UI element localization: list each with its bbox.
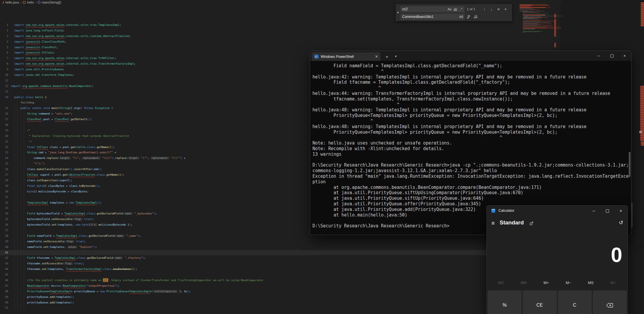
terminal-line: Exception in thread "main" java.lang.Run… xyxy=(312,174,629,179)
code-line[interactable]: 47 BeanComparator bc=new BeanComparator(… xyxy=(0,283,519,289)
keep-on-top-icon[interactable] xyxy=(530,221,533,226)
code-line[interactable]: 5 import javassist.ClassPool; xyxy=(0,45,519,50)
memory-m−-button[interactable]: M− xyxy=(566,281,571,285)
terminal-line: tfacname.set(templates, TransformerFacto… xyxy=(312,96,629,102)
minimap-row xyxy=(519,30,557,30)
new-tab-button[interactable]: + xyxy=(383,53,391,60)
terminal-line: ^ xyxy=(312,135,629,140)
code-line[interactable]: 50 priorityQueue.add(templates); xyxy=(0,300,519,305)
previous-match-button[interactable]: ↑ xyxy=(481,6,487,12)
code-line[interactable]: 39 nameField.setAccessible(flag: true); xyxy=(0,239,519,244)
next-match-button[interactable]: ↓ xyxy=(489,6,494,12)
edge-minimap-mark xyxy=(641,2,644,26)
history-icon[interactable]: ↺ xyxy=(619,219,623,226)
memory-mr-button[interactable]: MR xyxy=(521,281,527,285)
close-find-button[interactable]: × xyxy=(503,6,508,12)
code-line[interactable]: 44 tfacname.set(templates, TransformerFa… xyxy=(0,266,519,272)
code-line[interactable]: 1 import com.sun.org.apache.xalan.intern… xyxy=(0,22,519,28)
memory-ms-button[interactable]: MS xyxy=(588,281,594,285)
calculator-memory-row: MCMRM+M−MSM xyxy=(490,281,625,285)
calculator-close-button[interactable]: × xyxy=(614,206,628,216)
code-line[interactable]: 45 xyxy=(0,272,519,278)
terminal-maximize-button[interactable] xyxy=(605,51,618,61)
minimap-row xyxy=(523,32,539,32)
terminal-line: ^ xyxy=(312,102,629,108)
terminal-tab[interactable]: >_ Windows PowerShell ✕ xyxy=(312,52,381,61)
memory-mc-button[interactable]: MC xyxy=(498,281,504,285)
terminal-line: PriorityQueue<TemplatesImpl> priorityQue… xyxy=(312,113,629,118)
terminal-line: at java.util.PriorityQueue.siftUp(Priori… xyxy=(312,196,629,201)
code-line[interactable]: 41 xyxy=(0,250,519,256)
terminal-minimize-button[interactable] xyxy=(592,51,605,61)
find-results-count: 1 of 1 xyxy=(467,7,480,11)
code-line[interactable]: 48 PriorityQueue<TemplatesImpl> priority… xyxy=(0,289,519,294)
memory-m-button[interactable]: M xyxy=(610,281,616,285)
minimap-row xyxy=(521,35,521,36)
backspace-key[interactable] xyxy=(593,291,627,314)
calculator-titlebar: Calculator × xyxy=(487,206,628,216)
breadcrumb-method[interactable]: main(String[]) xyxy=(42,1,61,4)
calculator-minimize-button[interactable] xyxy=(587,206,601,216)
calculator-window: Calculator × ≡ Standard ↺ 0 MCMRM+M−MSM … xyxy=(486,205,628,314)
code-line[interactable]: 49 priorityQueue.add(templates); xyxy=(0,294,519,300)
memory-m+-button[interactable]: M+ xyxy=(543,281,549,285)
terminal-line: hello.java:42: warning: TemplatesImpl is… xyxy=(312,74,629,80)
breadcrumb-class[interactable]: hello xyxy=(27,1,34,4)
calculator-title: Calculator xyxy=(498,209,514,213)
minimap-row xyxy=(520,36,520,36)
find-widget: ▼ Aa ab .* 1 of 1 ↑ ↓ ≡ × xyxy=(395,4,512,21)
code-line[interactable]: 4 import javassist.ClassClassPath; xyxy=(0,39,519,45)
minimap[interactable] xyxy=(519,4,557,36)
chevron-down-icon xyxy=(614,281,616,283)
terminal-line: hello.java:44: warning: TransformerFacto… xyxy=(312,91,629,96)
terminal-line: Field nameField = TemplatesImpl.class.ge… xyxy=(312,63,629,69)
calculator-mode-label: Standard xyxy=(500,219,524,226)
whole-word-button[interactable]: ab xyxy=(453,6,458,12)
preserve-case-button[interactable]: AB xyxy=(459,14,464,19)
replace-input[interactable] xyxy=(400,14,464,20)
java-file-icon: J xyxy=(2,1,4,4)
replace-button[interactable] xyxy=(466,14,471,20)
terminal-line: hello.java:48: warning: TemplatesImpl is… xyxy=(312,124,629,130)
terminal-line: ^ xyxy=(312,85,629,91)
codelens-run-debug: Run | Debug xyxy=(21,100,34,105)
breadcrumb-file[interactable]: hello.java xyxy=(5,1,19,4)
replace-all-button[interactable] xyxy=(473,14,479,20)
regex-button[interactable]: .* xyxy=(459,6,464,12)
find-in-selection-button[interactable]: ≡ xyxy=(496,6,501,12)
class-symbol-icon xyxy=(23,1,26,4)
screen: J hello.java › hello › main(String[]) 1 … xyxy=(0,0,644,314)
chevron-right-icon: › xyxy=(21,1,22,4)
match-case-button[interactable]: Aa xyxy=(447,6,452,12)
terminal-scrollbar[interactable] xyxy=(629,152,631,177)
hamburger-menu-icon[interactable]: ≡ xyxy=(491,220,495,226)
key-ce[interactable]: CE xyxy=(523,291,557,314)
code-line[interactable]: 40 nameField.set(templates, value: "Expl… xyxy=(0,244,519,250)
code-line[interactable]: 3 import com.sun.org.apache.xalan.intern… xyxy=(0,33,519,39)
terminal-line: Note: hello.java uses unchecked or unsaf… xyxy=(312,140,629,146)
find-collapse-chevron-icon[interactable]: ▼ xyxy=(396,11,400,15)
terminal-line: ption xyxy=(312,179,629,185)
code-line[interactable]: 2 import java.lang.reflect.Field; xyxy=(0,28,519,33)
code-line[interactable]: 43 tfacname.setAccessible(flag: true); xyxy=(0,261,519,266)
terminal-line: commons-logging-1.2.jar;javassist-3.12.1… xyxy=(312,168,629,174)
terminal-line: 13 warnings xyxy=(312,152,629,157)
code-line[interactable]: 51 xyxy=(0,305,519,311)
tab-close-icon[interactable]: ✕ xyxy=(375,54,378,59)
minimap-row xyxy=(525,16,563,16)
edge-text: Al xyxy=(639,130,642,134)
tab-dropdown-chevron-icon[interactable]: ▼ xyxy=(393,53,399,60)
code-line[interactable]: 46 //So the exploit creation is extremel… xyxy=(0,278,519,283)
minimap-row xyxy=(523,14,549,14)
terminal-close-button[interactable]: × xyxy=(618,51,631,61)
key-c[interactable]: C xyxy=(558,291,592,314)
code-line[interactable]: 42 Field tfacname = TemplatesImpl.class.… xyxy=(0,255,519,261)
minimap-row xyxy=(519,13,557,13)
key-%[interactable]: % xyxy=(488,291,522,314)
calculator-icon xyxy=(491,209,495,213)
terminal-line: at java.util.PriorityQueue.siftUpUsingCo… xyxy=(312,190,629,196)
calculator-maximize-button[interactable] xyxy=(601,206,614,216)
chevron-right-icon: › xyxy=(36,1,37,4)
terminal-line: hello.java:48: warning: TemplatesImpl is… xyxy=(312,107,629,113)
terminal-line: ^ xyxy=(312,118,629,124)
